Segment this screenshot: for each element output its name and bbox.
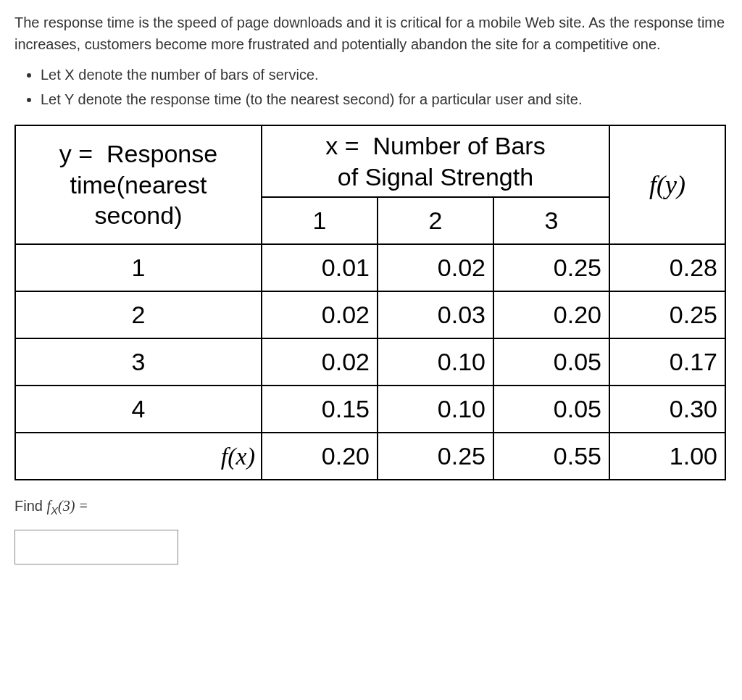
table-row: 2 0.02 0.03 0.20 0.25 bbox=[15, 291, 725, 338]
definition-x: Let X denote the number of bars of servi… bbox=[41, 64, 728, 86]
fx-label: f(x) bbox=[15, 433, 262, 480]
table-row: 3 0.02 0.10 0.05 0.17 bbox=[15, 338, 725, 386]
definitions-list: Let X denote the number of bars of servi… bbox=[14, 64, 728, 110]
fx-row: f(x) 0.20 0.25 0.55 1.00 bbox=[15, 433, 725, 480]
x-col-2: 2 bbox=[378, 197, 493, 244]
y-header: y = Responsetime(nearestsecond) bbox=[15, 125, 262, 244]
x-header: x = Number of Barsof Signal Strength bbox=[262, 125, 609, 197]
answer-input[interactable] bbox=[14, 530, 178, 564]
joint-distribution-table: y = Responsetime(nearestsecond) x = Numb… bbox=[14, 125, 726, 480]
question-prompt: Find fX(3) = bbox=[14, 495, 728, 520]
table-row: 1 0.01 0.02 0.25 0.28 bbox=[15, 244, 725, 291]
x-col-1: 1 bbox=[262, 197, 378, 244]
fy-header: f(y) bbox=[609, 125, 725, 244]
definition-y: Let Y denote the response time (to the n… bbox=[41, 88, 728, 110]
table-row: 4 0.15 0.10 0.05 0.30 bbox=[15, 386, 725, 433]
intro-paragraph: The response time is the speed of page d… bbox=[14, 12, 728, 55]
x-col-3: 3 bbox=[493, 197, 609, 244]
